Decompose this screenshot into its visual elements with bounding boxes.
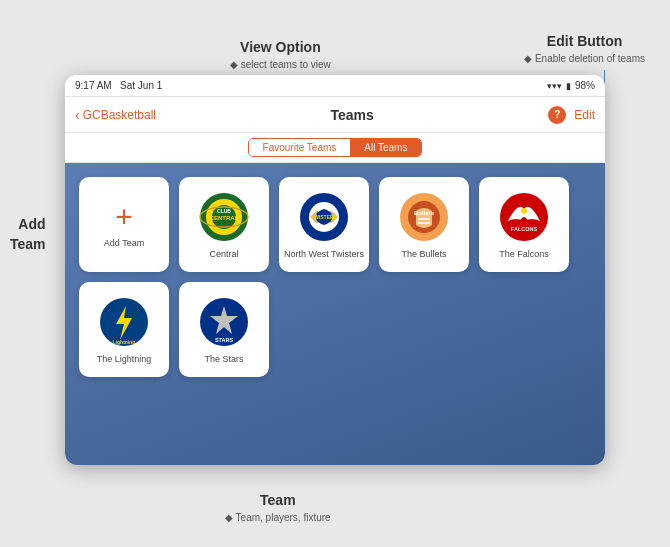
team-name-lightning: The Lightning (93, 354, 156, 365)
edit-button-title: Edit Button (524, 32, 645, 52)
back-label: GCBasketball (83, 108, 156, 122)
outer-wrapper: View Option ◆ select teams to view Edit … (0, 0, 670, 547)
favourite-teams-tab[interactable]: Favourite Teams (249, 139, 351, 156)
team-name-twisters: North West Twisters (280, 249, 368, 260)
nav-bar: ‹ GCBasketball Teams ? Edit (65, 97, 605, 133)
battery-icon: ▮ (566, 81, 571, 91)
team-name-bullets: The Bullets (397, 249, 450, 260)
svg-text:STARS: STARS (215, 337, 234, 343)
nav-right-group: ? Edit (548, 106, 595, 124)
edit-button-sub: ◆ Enable deletion of teams (524, 52, 645, 66)
wifi-icon: ▾▾▾ (547, 81, 562, 91)
add-team-title2: Team (10, 235, 46, 255)
add-team-annotation: Add Team (10, 215, 46, 254)
svg-text:CENTRAL: CENTRAL (210, 215, 239, 221)
back-button[interactable]: ‹ GCBasketball (75, 107, 156, 123)
status-bar: 9:17 AM Sat Jun 1 ▾▾▾ ▮ 98% (65, 75, 605, 97)
view-option-sub: ◆ select teams to view (230, 58, 331, 72)
status-time: 9:17 AM Sat Jun 1 (75, 80, 162, 91)
add-team-card[interactable]: + Add Team (79, 177, 169, 272)
nav-title: Teams (331, 107, 374, 123)
team-name-central: Central (205, 249, 242, 260)
team-card-twisters[interactable]: TWISTERS North West Twisters (279, 177, 369, 272)
team-card-falcons[interactable]: FALCONS The Falcons (479, 177, 569, 272)
team-logo-lightning: Lightning (96, 294, 152, 350)
team-title: Team (225, 491, 331, 511)
svg-text:CLUB: CLUB (217, 208, 231, 214)
svg-point-15 (521, 208, 527, 214)
battery-percent: 98% (575, 80, 595, 91)
view-option-title: View Option (230, 38, 331, 58)
plus-icon: + (115, 202, 133, 232)
svg-text:Lightning: Lightning (113, 339, 136, 345)
help-button[interactable]: ? (548, 106, 566, 124)
team-card-central[interactable]: CLUB CENTRAL Central (179, 177, 269, 272)
segment-bar: Favourite Teams All Teams (65, 133, 605, 163)
team-logo-twisters: TWISTERS (296, 189, 352, 245)
content-area: + Add Team CLUB CENTRAL (65, 163, 605, 465)
team-name-falcons: The Falcons (495, 249, 553, 260)
back-chevron-icon: ‹ (75, 107, 80, 123)
svg-text:Bullets: Bullets (414, 210, 435, 216)
team-sub: ◆ Team, players, fixture (225, 511, 331, 525)
add-team-label: Add Team (104, 238, 144, 248)
team-card-bullets[interactable]: Bullets The Bullets (379, 177, 469, 272)
team-annotation: Team ◆ Team, players, fixture (225, 491, 331, 525)
team-row-2: Lightning The Lightning STARS The St (79, 282, 591, 377)
team-name-stars: The Stars (200, 354, 247, 365)
team-logo-bullets: Bullets (396, 189, 452, 245)
svg-text:TWISTERS: TWISTERS (311, 214, 337, 220)
edit-button[interactable]: Edit (574, 108, 595, 122)
team-card-stars[interactable]: STARS The Stars (179, 282, 269, 377)
add-team-title: Add (10, 215, 46, 235)
svg-text:FALCONS: FALCONS (511, 226, 538, 232)
all-teams-tab[interactable]: All Teams (350, 139, 421, 156)
team-logo-stars: STARS (196, 294, 252, 350)
edit-button-annotation: Edit Button ◆ Enable deletion of teams (524, 32, 645, 66)
time: 9:17 AM (75, 80, 112, 91)
help-label: ? (554, 109, 560, 120)
segment-control: Favourite Teams All Teams (248, 138, 423, 157)
team-row-1: + Add Team CLUB CENTRAL (79, 177, 591, 272)
view-option-annotation: View Option ◆ select teams to view (230, 38, 331, 72)
status-right: ▾▾▾ ▮ 98% (547, 80, 595, 91)
team-logo-falcons: FALCONS (496, 189, 552, 245)
ipad-frame: 9:17 AM Sat Jun 1 ▾▾▾ ▮ 98% ‹ GCBasketba… (65, 75, 605, 465)
team-card-lightning[interactable]: Lightning The Lightning (79, 282, 169, 377)
team-logo-central: CLUB CENTRAL (196, 189, 252, 245)
date: Sat Jun 1 (120, 80, 162, 91)
